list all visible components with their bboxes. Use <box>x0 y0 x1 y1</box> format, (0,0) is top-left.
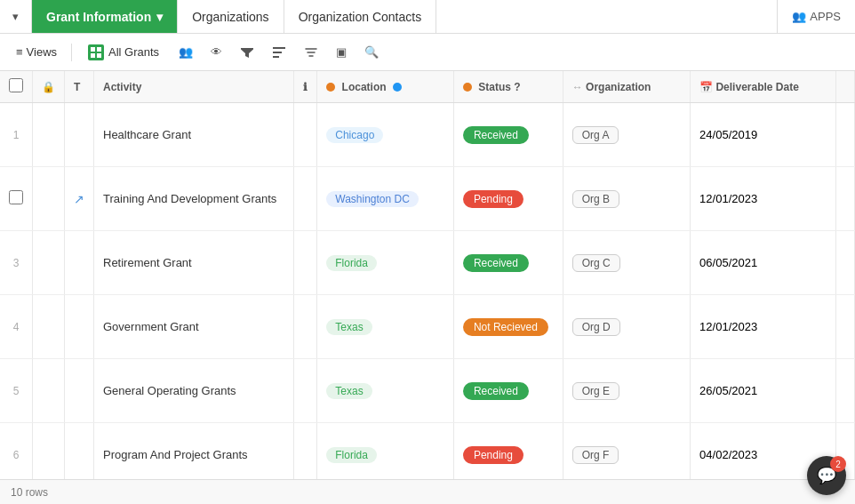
table-header-row: 🔒 T Activity ℹ Location Status ? ↔ Organ… <box>0 71 855 103</box>
svg-rect-1 <box>97 47 101 52</box>
svg-rect-3 <box>97 53 101 58</box>
row-5-activity-cell: Program And Project Grants <box>94 423 294 480</box>
row-0-activity-name: Healthcare Grant <box>103 128 191 141</box>
row-0-org-badge: Org A <box>572 126 619 144</box>
row-1-activity-name: Training And Development Grants <box>103 192 276 205</box>
table-row: 6Program And Project GrantsFloridaPendin… <box>0 423 855 480</box>
nav-grant-information[interactable]: Grant Information ▾ <box>32 0 178 33</box>
svg-rect-5 <box>273 52 282 53</box>
col-location: Location <box>317 71 454 103</box>
row-2-activity-cell: Retirement Grant <box>94 231 294 295</box>
row-0-info-cell <box>294 103 317 167</box>
org-arrow-icon: ↔ <box>572 81 583 93</box>
rows-count: 10 rows <box>11 486 48 499</box>
row-4-date: 26/05/2021 <box>699 384 757 397</box>
row-2-info-cell <box>294 231 317 295</box>
row-2-type-cell <box>65 231 94 295</box>
row-3-date: 12/01/2023 <box>699 320 757 333</box>
table-row: 5General Operating GrantsTexasReceivedOr… <box>0 359 855 423</box>
row-0-type-cell <box>65 103 94 167</box>
table-container: 🔒 T Activity ℹ Location Status ? ↔ Organ… <box>0 71 855 479</box>
row-3-checkbox-cell: 4 <box>0 295 33 359</box>
row-0-status-badge: Received <box>463 126 529 144</box>
col-organization: ↔ Organization <box>563 71 690 103</box>
row-5-number: 6 <box>13 449 20 461</box>
chat-badge: 2 <box>830 456 846 472</box>
apps-button[interactable]: 👥 APPS <box>777 0 855 33</box>
row-4-date-cell: 26/05/2021 <box>691 359 836 423</box>
row-4-checkbox-cell: 5 <box>0 359 33 423</box>
col-status: Status ? <box>453 71 563 103</box>
row-1-info-cell <box>294 167 317 231</box>
row-4-location-badge: Texas <box>326 383 372 399</box>
row-2-activity-name: Retirement Grant <box>103 256 192 269</box>
chat-button[interactable]: 💬 2 <box>807 456 846 495</box>
row-2-status-cell: Received <box>453 231 563 295</box>
apps-label: APPS <box>810 10 841 23</box>
row-5-checkbox-cell: 6 <box>0 423 33 480</box>
row-0-location-badge: Chicago <box>326 127 383 143</box>
share-button[interactable]: 👥 <box>173 42 198 62</box>
row-1-checkbox-cell <box>0 167 33 231</box>
col-activity: Activity <box>94 71 294 103</box>
hide-button[interactable]: 👁 <box>205 42 228 62</box>
table-row: 1Healthcare GrantChicagoReceivedOrg A24/… <box>0 103 855 167</box>
row-0-status-cell: Received <box>453 103 563 167</box>
hamburger-icon: ≡ <box>16 45 23 59</box>
row-3-info-cell <box>294 295 317 359</box>
row-4-status-cell: Received <box>453 359 563 423</box>
nav-expand-button[interactable]: ▾ <box>0 0 32 33</box>
layout-button[interactable]: ▣ <box>331 42 352 62</box>
row-1-scroll-spacer <box>836 167 855 231</box>
all-grants-button[interactable]: All Grants <box>81 41 166 64</box>
status-indicator <box>463 83 472 92</box>
row-1-type-cell: ↗ <box>65 167 94 231</box>
lock-icon: 🔒 <box>42 81 55 93</box>
row-5-lock-cell <box>33 423 65 480</box>
location-status-dot <box>326 83 335 92</box>
filter-button-1[interactable] <box>235 42 260 63</box>
col-type: T <box>65 71 94 103</box>
row-2-lock-cell <box>33 231 65 295</box>
row-3-status-cell: Not Recieved <box>453 295 563 359</box>
select-all-checkbox[interactable] <box>9 78 23 92</box>
table-row: ↗Training And Development GrantsWashingt… <box>0 167 855 231</box>
row-3-location-cell: Texas <box>317 295 454 359</box>
row-3-org-badge: Org D <box>572 318 620 336</box>
row-0-organization-cell: Org A <box>563 103 690 167</box>
top-navigation: ▾ Grant Information ▾ Organizations Orga… <box>0 0 855 34</box>
search-button[interactable]: 🔍 <box>359 42 384 62</box>
row-1-location-badge: Washington DC <box>326 191 419 207</box>
nav-organizations[interactable]: Organizations <box>178 0 284 33</box>
table-row: 4Government GrantTexasNot RecievedOrg D1… <box>0 295 855 359</box>
row-4-scroll-spacer <box>836 359 855 423</box>
row-1-expand-icon[interactable]: ↗ <box>74 192 84 206</box>
group-button[interactable] <box>267 42 292 63</box>
row-3-location-badge: Texas <box>326 319 372 335</box>
row-1-date-cell: 12/01/2023 <box>691 167 836 231</box>
svg-rect-0 <box>91 47 95 52</box>
apps-person-icon: 👥 <box>792 10 806 23</box>
grants-table: 🔒 T Activity ℹ Location Status ? ↔ Organ… <box>0 71 855 479</box>
row-5-organization-cell: Org F <box>563 423 690 480</box>
row-5-location-cell: Florida <box>317 423 454 480</box>
calendar-icon: 📅 <box>699 81 713 93</box>
row-4-lock-cell <box>33 359 65 423</box>
row-4-organization-cell: Org E <box>563 359 690 423</box>
row-1-checkbox[interactable] <box>9 190 23 204</box>
row-3-date-cell: 12/01/2023 <box>691 295 836 359</box>
row-3-activity-cell: Government Grant <box>94 295 294 359</box>
row-3-status-badge: Not Recieved <box>463 318 548 336</box>
row-5-type-cell <box>65 423 94 480</box>
views-button[interactable]: ≡ Views <box>11 42 62 62</box>
nav-organization-contacts[interactable]: Organization Contacts <box>284 0 437 33</box>
svg-rect-6 <box>273 56 279 58</box>
row-0-checkbox-cell: 1 <box>0 103 33 167</box>
row-1-activity-cell: Training And Development Grants <box>94 167 294 231</box>
row-4-org-badge: Org E <box>572 382 619 400</box>
toolbar: ≡ Views All Grants 👥 👁 ▣ 🔍 <box>0 34 855 71</box>
row-3-organization-cell: Org D <box>563 295 690 359</box>
row-3-lock-cell <box>33 295 65 359</box>
filter-button-2[interactable] <box>299 42 324 63</box>
row-1-lock-cell <box>33 167 65 231</box>
